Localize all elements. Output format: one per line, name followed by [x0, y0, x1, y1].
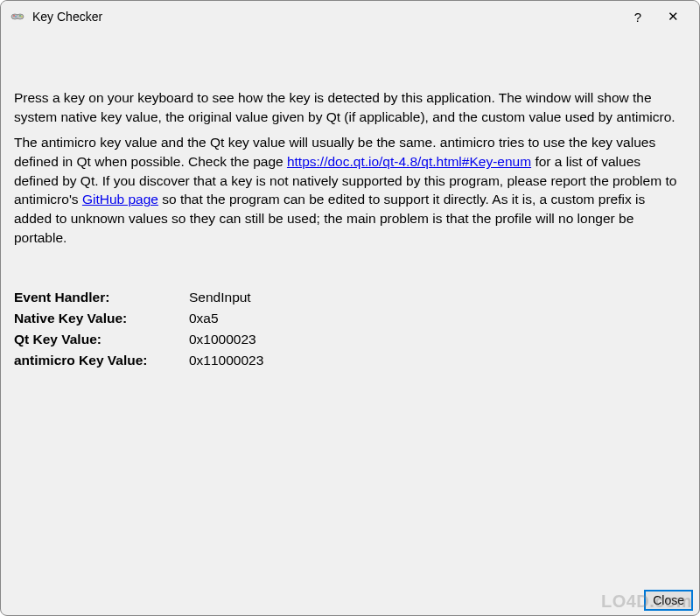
dialog-content: Press a key on your keyboard to see how …	[1, 32, 699, 591]
dialog-footer: Close	[1, 591, 699, 615]
close-button[interactable]: Close	[645, 591, 692, 610]
native-key-row: Native Key Value: 0xa5	[14, 311, 686, 326]
key-values-table: Event Handler: SendInput Native Key Valu…	[14, 290, 686, 374]
app-icon	[10, 9, 25, 24]
help-icon: ?	[634, 10, 641, 24]
antimicro-key-value: 0x11000023	[189, 353, 263, 368]
qt-doc-link[interactable]: https://doc.qt.io/qt-4.8/qt.html#Key-enu…	[287, 154, 531, 169]
event-handler-value: SendInput	[189, 290, 251, 305]
antimicro-key-label: antimicro Key Value:	[14, 353, 189, 368]
qt-key-value: 0x1000023	[189, 332, 256, 347]
description-text: Press a key on your keyboard to see how …	[14, 81, 686, 255]
close-icon: ✕	[668, 9, 679, 24]
github-link[interactable]: GitHub page	[82, 192, 158, 206]
svg-point-6	[21, 16, 23, 18]
qt-key-label: Qt Key Value:	[14, 332, 189, 347]
native-key-label: Native Key Value:	[14, 311, 189, 326]
native-key-value: 0xa5	[189, 311, 219, 326]
antimicro-key-row: antimicro Key Value: 0x11000023	[14, 353, 686, 368]
svg-point-5	[19, 15, 21, 17]
help-button[interactable]: ?	[620, 3, 655, 31]
event-handler-row: Event Handler: SendInput	[14, 290, 686, 305]
description-para2: The antimicro key value and the Qt key v…	[14, 133, 686, 247]
titlebar: Key Checker ? ✕	[1, 1, 699, 32]
window-close-button[interactable]: ✕	[655, 3, 690, 31]
description-para1: Press a key on your keyboard to see how …	[14, 88, 686, 126]
key-checker-dialog: Key Checker ? ✕ Press a key on your keyb…	[0, 0, 700, 616]
svg-point-4	[15, 16, 17, 18]
event-handler-label: Event Handler:	[14, 290, 189, 305]
window-title: Key Checker	[32, 10, 620, 24]
svg-point-3	[13, 15, 15, 17]
qt-key-row: Qt Key Value: 0x1000023	[14, 332, 686, 347]
